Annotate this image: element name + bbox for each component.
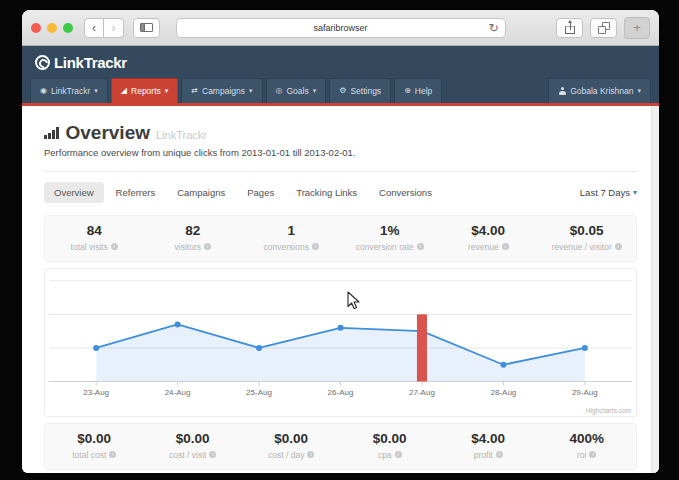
tab-conversions[interactable]: Conversions xyxy=(369,182,442,203)
stat-label-text: total cost xyxy=(72,450,106,460)
linktrackr-logo-icon xyxy=(35,55,50,70)
page-subtitle: Performance overview from unique clicks … xyxy=(44,147,637,158)
stat-value: $0.00 xyxy=(373,432,407,447)
brand-logo[interactable]: LinkTrackr xyxy=(35,54,127,71)
stat-visitors: 82 visitors xyxy=(144,224,243,252)
stat-label-text: profit xyxy=(474,450,493,460)
share-button[interactable] xyxy=(556,18,583,38)
stat-roi: 400% roi xyxy=(538,432,637,460)
info-icon[interactable] xyxy=(615,243,622,250)
page-content: Overview LinkTrackr Performance overview… xyxy=(22,106,659,473)
tab-campaigns[interactable]: Campaigns xyxy=(167,182,235,203)
tabs-icon xyxy=(598,22,610,34)
stat-value: 1% xyxy=(380,224,400,239)
nav-item-label: LinkTrackr xyxy=(51,86,90,96)
stat-revenue: $4.00 revenue xyxy=(439,224,538,252)
nav-item-reports[interactable]: ◢ Reports ▾ xyxy=(111,78,178,103)
chart-panel: 23-Aug24-Aug25-Aug26-Aug27-Aug28-Aug29-A… xyxy=(44,268,637,417)
refresh-icon[interactable]: ↻ xyxy=(488,21,498,35)
info-icon[interactable] xyxy=(111,243,118,250)
chevron-down-icon: ▾ xyxy=(165,87,169,95)
bar-chart-icon xyxy=(44,127,59,139)
brand-name: LinkTrackr xyxy=(54,54,127,71)
x-tick-label: 25-Aug xyxy=(246,388,272,397)
stat-total-cost: $0.00 total cost xyxy=(45,432,144,460)
sidebar-icon xyxy=(140,23,153,32)
forward-button[interactable]: › xyxy=(104,18,124,38)
back-icon: ‹ xyxy=(92,21,96,35)
stat-label-text: conversion rate xyxy=(356,242,414,252)
address-bar[interactable]: safaribrowser ↻ xyxy=(176,18,506,38)
stats-row-bottom: $0.00 total cost $0.00 cost / visit $0.0… xyxy=(44,423,637,470)
date-range-label: Last 7 Days xyxy=(580,187,630,198)
nav-item-campaigns[interactable]: ⇄ Campaigns ▾ xyxy=(181,78,262,103)
report-tabs: Overview Referrers Campaigns Pages Track… xyxy=(44,182,637,203)
stat-revenue-visitor: $0.05 revenue / visitor xyxy=(538,224,637,252)
stat-label-text: cost / day xyxy=(268,450,304,460)
stat-label-text: cost / visit xyxy=(169,450,206,460)
target-icon: ◎ xyxy=(276,87,283,95)
close-window-button[interactable] xyxy=(31,23,41,33)
new-tab-button[interactable]: + xyxy=(624,17,650,39)
zoom-window-button[interactable] xyxy=(63,23,73,33)
data-point xyxy=(175,321,181,327)
main-nav: ◉ LinkTrackr ▾ ◢ Reports ▾ ⇄ Campaigns ▾… xyxy=(22,78,659,103)
data-point xyxy=(582,345,588,351)
series-area xyxy=(96,324,585,381)
nav-item-help[interactable]: ⊕ Help xyxy=(394,78,442,103)
chevron-down-icon: ▾ xyxy=(633,188,637,197)
stat-conversions: 1 conversions xyxy=(242,224,341,252)
data-point xyxy=(256,345,262,351)
highcharts-credit[interactable]: Highcharts.com xyxy=(586,407,631,414)
page-scrollbar[interactable] xyxy=(651,106,659,473)
stat-label: roi xyxy=(577,450,596,460)
stat-label-text: visitors xyxy=(175,242,201,252)
info-icon[interactable] xyxy=(395,451,402,458)
forward-icon: › xyxy=(112,21,116,35)
tab-label: Pages xyxy=(247,187,274,198)
info-icon[interactable] xyxy=(307,451,314,458)
tab-referrers[interactable]: Referrers xyxy=(106,182,166,203)
info-icon[interactable] xyxy=(312,243,319,250)
nav-item-label: Reports xyxy=(131,86,161,96)
x-tick-label: 23-Aug xyxy=(83,388,109,397)
user-menu[interactable]: Gobala Krishnan▾ xyxy=(548,78,651,103)
tab-overview-button[interactable] xyxy=(590,18,617,38)
stat-label-text: total visits xyxy=(71,242,108,252)
info-icon[interactable] xyxy=(502,243,509,250)
nav-item-goals[interactable]: ◎ Goals ▾ xyxy=(266,78,327,103)
tab-tracking-links[interactable]: Tracking Links xyxy=(286,182,367,203)
page-title: Overview xyxy=(66,123,151,142)
stat-label: conversions xyxy=(264,242,319,252)
user-icon xyxy=(558,87,566,95)
stat-value: $0.00 xyxy=(77,432,111,447)
data-point xyxy=(93,345,99,351)
nav-item-linktrackr[interactable]: ◉ LinkTrackr ▾ xyxy=(30,78,108,103)
stat-label-text: cpa xyxy=(378,450,392,460)
tab-overview[interactable]: Overview xyxy=(44,182,104,203)
x-tick-label: 24-Aug xyxy=(165,388,191,397)
nav-item-label: Campaigns xyxy=(202,86,245,96)
stat-label: cpa xyxy=(378,450,402,460)
nav-item-settings[interactable]: ⚙ Settings xyxy=(329,78,391,103)
x-tick-label: 27-Aug xyxy=(409,388,435,397)
info-icon[interactable] xyxy=(417,243,424,250)
user-name: Gobala Krishnan xyxy=(570,86,633,96)
info-icon[interactable] xyxy=(209,451,216,458)
chevron-down-icon: ▾ xyxy=(637,87,641,95)
address-text: safaribrowser xyxy=(313,23,367,33)
info-icon[interactable] xyxy=(204,243,211,250)
stat-label: total cost xyxy=(72,450,116,460)
info-icon[interactable] xyxy=(109,451,116,458)
stat-value: 82 xyxy=(185,224,200,239)
tab-pages[interactable]: Pages xyxy=(237,182,284,203)
back-button[interactable]: ‹ xyxy=(84,18,104,38)
stat-value: 400% xyxy=(569,432,604,447)
info-icon[interactable] xyxy=(589,451,596,458)
stat-profit: $4.00 profit xyxy=(439,432,538,460)
highlight-bar xyxy=(417,314,427,381)
minimize-window-button[interactable] xyxy=(47,23,57,33)
info-icon[interactable] xyxy=(496,451,503,458)
sidebar-toggle-button[interactable] xyxy=(133,18,160,38)
date-range-dropdown[interactable]: Last 7 Days ▾ xyxy=(580,187,637,198)
